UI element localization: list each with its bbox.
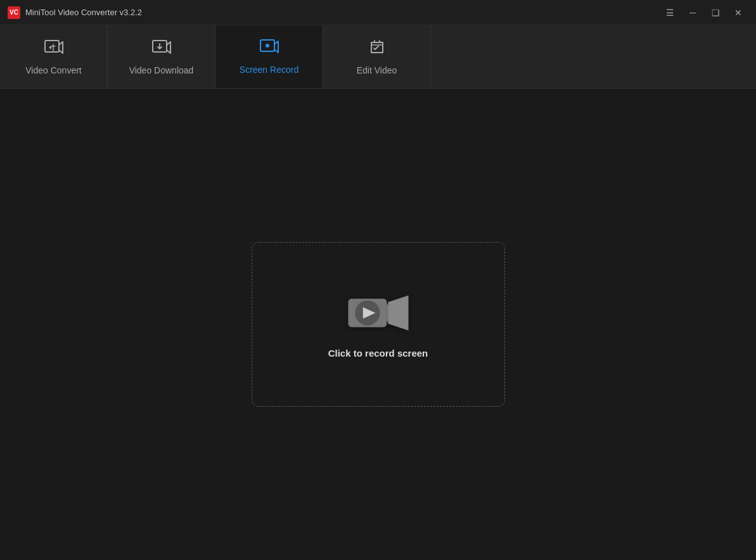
- menu-button[interactable]: ☰: [660, 4, 680, 22]
- maximize-icon: ❑: [712, 8, 720, 18]
- nav-tabs: Video Convert Video Download Screen Reco…: [0, 25, 756, 89]
- maximize-button[interactable]: ❑: [705, 4, 726, 22]
- minimize-button[interactable]: ─: [682, 4, 703, 22]
- svg-point-3: [266, 44, 269, 48]
- svg-marker-8: [388, 295, 408, 331]
- app-title: MiniTool Video Converter v3.2.2: [25, 8, 142, 17]
- title-bar: VC MiniTool Video Converter v3.2.2 ☰ ─ ❑…: [0, 0, 756, 25]
- app-logo: VC: [8, 6, 20, 19]
- tab-screen-record-label: Screen Record: [240, 65, 298, 75]
- tab-video-download-label: Video Download: [129, 65, 194, 75]
- edit-video-icon: [368, 39, 386, 59]
- tab-video-download[interactable]: Video Download: [108, 25, 215, 88]
- svg-rect-7: [387, 304, 388, 321]
- tab-video-convert[interactable]: Video Convert: [0, 25, 108, 88]
- title-bar-left: VC MiniTool Video Converter v3.2.2: [8, 6, 142, 19]
- main-content: Click to record screen: [0, 89, 756, 560]
- tab-edit-video[interactable]: Edit Video: [323, 25, 431, 88]
- tab-screen-record[interactable]: Screen Record: [215, 25, 323, 88]
- close-button[interactable]: ✕: [728, 4, 748, 22]
- close-icon: ✕: [734, 8, 742, 18]
- record-area[interactable]: Click to record screen: [252, 242, 505, 407]
- video-download-icon: [152, 39, 171, 59]
- title-bar-controls: ☰ ─ ❑ ✕: [660, 4, 748, 22]
- minimize-icon: ─: [689, 8, 696, 18]
- screen-record-icon: [260, 38, 279, 58]
- video-convert-icon: [44, 39, 63, 59]
- tab-video-convert-label: Video Convert: [25, 65, 81, 75]
- camera-record-icon: [347, 291, 410, 335]
- tab-edit-video-label: Edit Video: [357, 65, 397, 75]
- record-label: Click to record screen: [328, 348, 428, 359]
- hamburger-icon: ☰: [666, 8, 674, 18]
